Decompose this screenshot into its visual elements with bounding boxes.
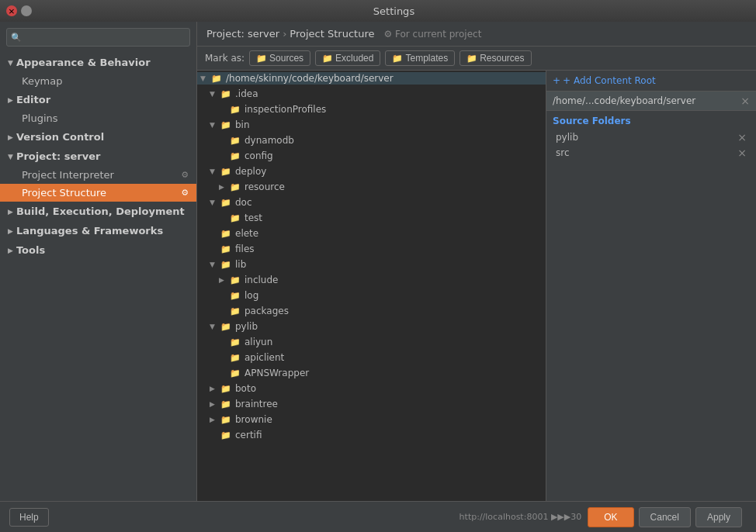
tree-item-lib[interactable]: ▼ 📁 lib: [197, 257, 546, 272]
item-label: files: [235, 244, 255, 254]
item-label: braintree: [235, 399, 278, 409]
folder-icon: 📁: [230, 337, 241, 347]
tree-item-root[interactable]: ▼ 📁 /home/skinny/code/keyboard/server: [197, 71, 546, 86]
sources-button[interactable]: 📁 Sources: [249, 50, 310, 66]
tree-item-resource[interactable]: ▶ 📁 resource: [197, 179, 546, 195]
main-content: 🔍 ▼ Appearance & Behavior Keymap ▶ Edito…: [0, 22, 756, 501]
sidebar-item-plugins[interactable]: Plugins: [0, 109, 196, 127]
panel-header: Project: server › Project Structure ⚙ Fo…: [197, 22, 756, 47]
source-folder-name-src: src: [556, 147, 570, 158]
help-button[interactable]: Help: [9, 508, 49, 527]
expand-arrow: ▶: [210, 416, 219, 423]
settings-window: × Settings 🔍 ▼ Appearance & Behavior Key…: [0, 0, 756, 532]
item-label: config: [244, 150, 273, 161]
ok-button[interactable]: OK: [588, 507, 633, 527]
add-content-root-button[interactable]: + + Add Content Root: [553, 75, 656, 86]
sidebar: 🔍 ▼ Appearance & Behavior Keymap ▶ Edito…: [0, 22, 197, 501]
search-input[interactable]: [6, 28, 190, 47]
templates-button[interactable]: 📁 Templates: [385, 50, 455, 66]
tree-item-certifi[interactable]: 📁 certifi: [197, 427, 546, 443]
plus-icon: +: [553, 75, 560, 86]
item-label: deploy: [235, 166, 266, 177]
folder-icon: 📁: [220, 415, 231, 425]
sidebar-item-editor[interactable]: ▶ Editor: [0, 90, 196, 109]
tree-item-bin[interactable]: ▼ 📁 bin: [197, 117, 546, 133]
source-folder-pylib: pylib ×: [553, 130, 750, 145]
tree-item-idea[interactable]: ▼ 📁 .idea: [197, 86, 546, 102]
tree-item-config[interactable]: 📁 config: [197, 148, 546, 164]
content-root-path: /home/...code/keyboard/server: [553, 95, 695, 106]
tree-item-dynamodb[interactable]: 📁 dynamodb: [197, 133, 546, 148]
close-button[interactable]: ×: [6, 5, 17, 16]
folder-icon: 📁: [220, 260, 231, 270]
root-path: /home/skinny/code/keyboard/server: [226, 73, 394, 84]
item-label: log: [244, 290, 258, 301]
item-label: doc: [235, 197, 252, 208]
tree-item-braintree[interactable]: ▶ 📁 braintree: [197, 396, 546, 412]
search-box: 🔍: [6, 28, 190, 47]
expand-arrow: ▼: [210, 121, 219, 129]
expand-arrow: ▶: [219, 183, 228, 191]
sidebar-item-languages[interactable]: ▶ Languages & Frameworks: [0, 221, 196, 240]
item-label: test: [244, 212, 262, 223]
sidebar-item-appearance[interactable]: ▼ Appearance & Behavior: [0, 53, 196, 72]
breadcrumb-project: Project: server: [206, 28, 279, 40]
tree-item-doc[interactable]: ▼ 📁 doc: [197, 195, 546, 210]
file-tree-panel[interactable]: ▼ 📁 /home/skinny/code/keyboard/server ▼ …: [197, 71, 546, 501]
folder-icon: 📁: [230, 182, 241, 192]
folder-icon: 📁: [230, 213, 241, 223]
remove-content-root-button[interactable]: ×: [740, 95, 750, 107]
arrow-icon: ▶: [8, 96, 13, 104]
remove-src-button[interactable]: ×: [737, 147, 747, 159]
cancel-button[interactable]: Cancel: [639, 507, 691, 527]
panels-row: ▼ 📁 /home/skinny/code/keyboard/server ▼ …: [197, 71, 756, 501]
sidebar-item-build[interactable]: ▶ Build, Execution, Deployment: [0, 202, 196, 221]
excluded-button[interactable]: 📁 Excluded: [315, 50, 380, 66]
breadcrumb-separator: ›: [283, 28, 286, 40]
folder-template-icon: 📁: [392, 54, 403, 64]
sidebar-item-keymap[interactable]: Keymap: [0, 72, 196, 90]
sidebar-item-project-structure[interactable]: Project Structure ⚙: [0, 184, 196, 202]
module-icon-active: ⚙: [181, 188, 189, 198]
tree-item-elete[interactable]: 📁 elete: [197, 226, 546, 241]
item-label: lib: [235, 259, 246, 270]
item-label: apiclient: [244, 352, 284, 363]
folder-icon: 📁: [230, 306, 241, 316]
tree-item-deploy[interactable]: ▼ 📁 deploy: [197, 164, 546, 179]
mark-as-bar: Mark as: 📁 Sources 📁 Excluded 📁 Template…: [197, 47, 756, 71]
apply-button[interactable]: Apply: [695, 507, 742, 527]
tree-item-files[interactable]: 📁 files: [197, 241, 546, 257]
tree-item-apiclient[interactable]: 📁 apiclient: [197, 350, 546, 365]
sidebar-item-tools[interactable]: ▶ Tools: [0, 240, 196, 260]
item-label: certifi: [235, 430, 262, 440]
folder-icon: 📁: [230, 368, 241, 378]
expand-arrow: ▼: [210, 90, 219, 98]
minimize-button[interactable]: [21, 5, 32, 16]
tree-item-apnswrapper[interactable]: 📁 APNSWrapper: [197, 365, 546, 381]
sidebar-item-version-control[interactable]: ▶ Version Control: [0, 127, 196, 147]
tree-item-inspection[interactable]: 📁 inspectionProfiles: [197, 102, 546, 117]
sidebar-item-project-server[interactable]: ▼ Project: server: [0, 147, 196, 166]
item-label: packages: [244, 306, 289, 316]
source-panel: + + Add Content Root /home/...code/keybo…: [546, 71, 756, 501]
sidebar-item-project-interpreter[interactable]: Project Interpreter ⚙: [0, 166, 196, 184]
tree-item-aliyun[interactable]: 📁 aliyun: [197, 334, 546, 350]
folder-icon: 📁: [220, 120, 231, 130]
tree-item-log[interactable]: 📁 log: [197, 288, 546, 303]
tree-item-pylib[interactable]: ▼ 📁 pylib: [197, 319, 546, 334]
tree-item-brownie[interactable]: ▶ 📁 brownie: [197, 412, 546, 427]
breadcrumb-current: Project Structure: [290, 28, 374, 40]
folder-icon: 📁: [220, 198, 231, 208]
resources-button[interactable]: 📁 Resources: [459, 50, 531, 66]
arrow-icon: ▼: [8, 59, 13, 67]
content-root-item: /home/...code/keyboard/server ×: [546, 92, 756, 111]
item-label: bin: [235, 119, 250, 130]
arrow-icon: ▼: [8, 153, 13, 161]
tree-item-packages[interactable]: 📁 packages: [197, 303, 546, 319]
tree-item-boto[interactable]: ▶ 📁 boto: [197, 381, 546, 396]
status-text: http://localhost:8001 ▶▶▶30: [459, 512, 582, 522]
tree-item-include[interactable]: ▶ 📁 include: [197, 272, 546, 288]
folder-icon: 📁: [230, 151, 241, 161]
remove-pylib-button[interactable]: ×: [737, 131, 747, 143]
tree-item-test[interactable]: 📁 test: [197, 210, 546, 226]
